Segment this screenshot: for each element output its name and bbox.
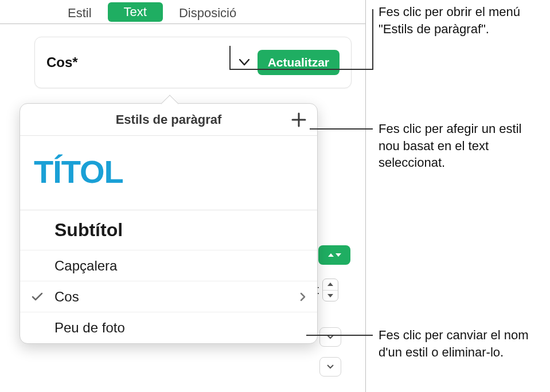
tab-style[interactable]: Estil (52, 1, 108, 23)
chevron-down-icon (239, 59, 249, 66)
style-item-title[interactable]: TÍTOL (20, 136, 317, 210)
style-item-label: Peu de foto (54, 320, 125, 336)
current-style-label: Cos* (46, 54, 78, 70)
popover-title: Estils de paràgraf (116, 112, 222, 127)
callout-add-style: Fes clic per afegir un estil nou basat e… (379, 120, 545, 171)
stepper-control[interactable] (322, 279, 338, 301)
paragraph-styles-popover: Estils de paràgraf TÍTOL Subtítol Capçal… (19, 103, 318, 344)
plus-icon (290, 111, 308, 129)
checkmark-icon (32, 292, 43, 301)
add-style-button[interactable] (290, 111, 308, 129)
callout-open-menu: Fes clic per obrir el menú "Estils de pa… (379, 3, 545, 37)
tab-text[interactable]: Text (108, 2, 163, 22)
background-popup-1[interactable] (319, 327, 341, 347)
style-item-caption[interactable]: Peu de foto (20, 312, 317, 343)
leader-line (230, 69, 373, 70)
callout-rename-delete: Fes clic per canviar el nom d'un estil o… (379, 327, 545, 360)
style-item-label: Subtítol (54, 219, 123, 241)
leader-line (229, 46, 231, 70)
tab-layout[interactable]: Disposició (163, 1, 252, 23)
leader-line (372, 9, 373, 70)
font-size-stepper: t (315, 279, 338, 301)
style-item-label: Cos (54, 289, 79, 305)
background-popup-2[interactable] (319, 357, 341, 377)
paragraph-style-row: Cos* Actualitzar (34, 37, 352, 88)
style-item-label: Capçalera (54, 258, 117, 274)
leader-line (310, 128, 373, 130)
update-style-button[interactable]: Actualitzar (258, 50, 340, 75)
stepper-up[interactable] (323, 279, 338, 290)
paragraph-style-popup[interactable]: Cos* (46, 54, 249, 70)
title-preview-text: TÍTOL (34, 154, 123, 190)
popup-indicator-green[interactable] (318, 245, 350, 265)
panel-body: Cos* Actualitzar (0, 24, 365, 88)
popover-header: Estils de paràgraf (20, 104, 317, 136)
style-item-header[interactable]: Capçalera (20, 250, 317, 281)
style-item-body[interactable]: Cos (20, 281, 317, 312)
stepper-down[interactable] (323, 290, 338, 301)
leader-line (306, 335, 373, 336)
inspector-tabs: Estil Text Disposició (0, 0, 365, 24)
chevron-right-icon[interactable] (300, 292, 306, 301)
style-item-subtitle[interactable]: Subtítol (20, 210, 317, 250)
